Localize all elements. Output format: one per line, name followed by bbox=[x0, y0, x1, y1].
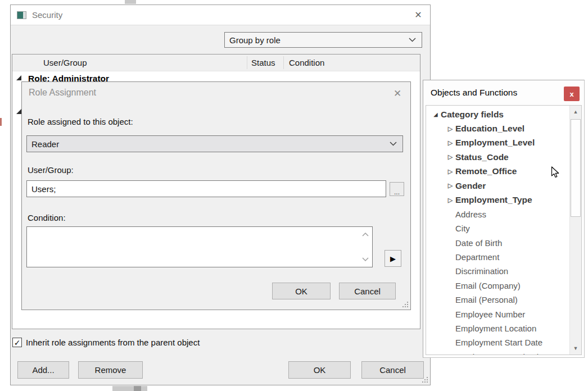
expand-condition-button[interactable]: ▶ bbox=[385, 250, 401, 267]
security-titlebar[interactable]: Security ✕ bbox=[11, 5, 430, 25]
tree-item-label: Date of Birth bbox=[455, 238, 502, 248]
resize-grip-icon[interactable] bbox=[422, 376, 428, 383]
column-header-status[interactable]: Status bbox=[251, 58, 275, 67]
remove-button[interactable]: Remove bbox=[78, 361, 143, 379]
expanded-icon[interactable]: ◢ bbox=[431, 112, 441, 117]
scroll-down-icon[interactable] bbox=[362, 257, 369, 261]
role-assigned-label: Role assigned to this object: bbox=[28, 117, 133, 126]
tree-item-label: Education_Level bbox=[455, 124, 524, 134]
chevron-down-icon bbox=[409, 38, 416, 42]
scrollbar-thumb[interactable] bbox=[571, 119, 581, 217]
collapse-icon[interactable]: ▷ bbox=[445, 139, 455, 147]
role-assignment-cancel-button[interactable]: Cancel bbox=[339, 283, 396, 299]
background-fragment bbox=[112, 386, 147, 391]
play-icon: ▶ bbox=[390, 254, 396, 263]
objects-and-functions-panel: Objects and Functions x ◢Category fields… bbox=[423, 80, 585, 358]
expand-icon[interactable] bbox=[16, 109, 21, 114]
scrollbar-down-button[interactable]: ▼ bbox=[570, 342, 581, 354]
tree-item-label: Employee Number bbox=[455, 310, 525, 319]
tree-item[interactable]: City bbox=[426, 221, 569, 235]
role-assignment-title: Role Assignment bbox=[29, 88, 96, 98]
table-header: User/Group Status Condition bbox=[12, 54, 420, 71]
tree-item[interactable]: Email (Personal) bbox=[426, 293, 569, 307]
collapse-icon[interactable]: ▷ bbox=[445, 125, 455, 133]
tree-item-label: Employment_Level bbox=[455, 138, 535, 148]
close-icon: ✕ bbox=[414, 10, 422, 20]
resize-grip-icon[interactable] bbox=[402, 301, 409, 308]
security-app-icon bbox=[17, 11, 26, 19]
group-by-value: Group by role bbox=[229, 35, 281, 45]
tree-item[interactable]: ▷Employment_Type bbox=[426, 193, 569, 207]
condition-field bbox=[26, 226, 373, 267]
objects-tree: ◢Category fields▷Education_Level▷Employm… bbox=[426, 105, 582, 355]
security-dialog-title: Security bbox=[32, 10, 62, 20]
security-close-button[interactable]: ✕ bbox=[406, 5, 430, 25]
condition-label: Condition: bbox=[28, 213, 66, 222]
scroll-up-icon[interactable] bbox=[362, 233, 369, 237]
tree-item[interactable]: Employee Number bbox=[426, 307, 569, 321]
tree-item[interactable]: ▷Status_Code bbox=[426, 150, 569, 164]
user-group-label: User/Group: bbox=[28, 165, 74, 175]
tree-item-label: Department bbox=[455, 252, 499, 262]
collapse-icon[interactable]: ▷ bbox=[445, 182, 455, 189]
inherit-checkbox[interactable]: ✓ bbox=[12, 338, 22, 347]
tree-scrollbar[interactable]: ▲ ▼ bbox=[569, 106, 581, 354]
role-assignment-dialog: Role Assignment ✕ Role assigned to this … bbox=[21, 81, 411, 310]
chevron-down-icon bbox=[390, 142, 397, 146]
objects-panel-close-button[interactable]: x bbox=[564, 87, 580, 101]
group-by-select[interactable]: Group by role bbox=[224, 32, 422, 48]
tree-item-label: Email (Personal) bbox=[455, 295, 518, 304]
check-icon: ✓ bbox=[14, 339, 21, 347]
tree-item[interactable]: ◢Category fields bbox=[426, 107, 569, 121]
security-cancel-button[interactable]: Cancel bbox=[361, 361, 424, 379]
inherit-checkbox-label: Inherit role assignments from the parent… bbox=[26, 338, 200, 347]
role-assignment-titlebar[interactable]: Role Assignment ✕ bbox=[22, 82, 410, 104]
close-icon: x bbox=[569, 90, 573, 98]
tree-item-label: Gender bbox=[455, 181, 486, 191]
tree-item[interactable]: ▷Gender bbox=[426, 179, 569, 193]
tree-item[interactable]: Employment Start Date bbox=[426, 335, 569, 349]
tree-item-label: Status_Code bbox=[455, 152, 509, 162]
tree-item-label: Employment Termination bbox=[455, 352, 548, 355]
tree-item-label: Employment_Type bbox=[455, 195, 532, 205]
objects-panel-title: Objects and Functions bbox=[431, 88, 517, 98]
tree-item[interactable]: Email (Company) bbox=[426, 279, 569, 293]
tree-item[interactable]: ▷Education_Level bbox=[426, 121, 569, 135]
tree-item[interactable]: Date of Birth bbox=[426, 236, 569, 250]
tree-item[interactable]: Department bbox=[426, 250, 569, 264]
column-separator bbox=[283, 56, 284, 69]
tree-item[interactable]: ▷Remote_Office bbox=[426, 165, 569, 179]
tree-item-label: Remote_Office bbox=[455, 166, 517, 176]
tree-item[interactable]: ▷Employment_Level bbox=[426, 136, 569, 150]
expand-icon[interactable] bbox=[16, 75, 21, 80]
collapse-icon[interactable]: ▷ bbox=[445, 153, 455, 161]
background-fragment bbox=[125, 0, 136, 4]
column-separator bbox=[247, 56, 247, 69]
role-select-value: Reader bbox=[31, 139, 59, 149]
column-header-usergroup[interactable]: User/Group bbox=[43, 58, 87, 67]
tree-item[interactable]: Employment Location bbox=[426, 321, 569, 335]
role-assignment-close-button[interactable]: ✕ bbox=[388, 84, 407, 102]
tree-item-label: Email (Company) bbox=[455, 281, 521, 290]
security-ok-button[interactable]: OK bbox=[288, 361, 351, 379]
collapse-icon[interactable]: ▷ bbox=[445, 197, 455, 204]
tree-item-label: Address bbox=[455, 210, 486, 219]
tree-item[interactable]: Discrimination bbox=[426, 264, 569, 278]
browse-button[interactable]: ... bbox=[390, 182, 404, 196]
tree-item[interactable]: Address bbox=[426, 207, 569, 221]
tree-item[interactable]: Employment Termination bbox=[426, 350, 569, 355]
scrollbar-up-button[interactable]: ▲ bbox=[570, 106, 581, 118]
role-select[interactable]: Reader bbox=[26, 135, 403, 152]
column-header-condition[interactable]: Condition bbox=[289, 58, 324, 67]
tree-item-label: City bbox=[455, 224, 470, 233]
condition-textarea[interactable] bbox=[27, 227, 372, 267]
background-fragment bbox=[0, 118, 2, 126]
tree-item-label: Category fields bbox=[441, 110, 504, 120]
collapse-icon[interactable]: ▷ bbox=[445, 168, 455, 175]
user-group-input[interactable] bbox=[26, 180, 386, 197]
close-icon: ✕ bbox=[393, 88, 401, 99]
add-button[interactable]: Add... bbox=[17, 361, 69, 379]
tree-item-label: Employment Start Date bbox=[455, 338, 542, 347]
tree-item-label: Employment Location bbox=[455, 324, 536, 333]
role-assignment-ok-button[interactable]: OK bbox=[272, 283, 331, 299]
